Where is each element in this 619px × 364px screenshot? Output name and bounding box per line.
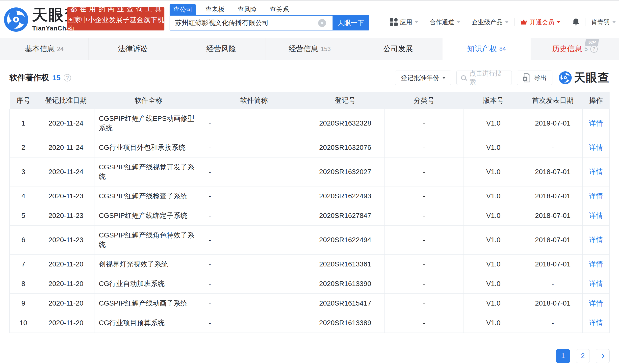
table-cell: - [385,109,464,138]
table-cell: CGSPIP红鲤产线角色特效子系统 [95,225,202,254]
top-nav: 应用 合作通道 企业级产品 开通会员 [390,16,616,28]
tab-history-info[interactable]: VIP 历史信息5 ? [531,38,619,60]
nav-open-membership[interactable]: 开通会员 [520,18,561,26]
table-cell: - [385,138,464,157]
table-cell: 5 [10,206,37,225]
table-row: 72020-11-20创视界灯光视效子系统-2020SR1613361-V1.0… [10,254,610,274]
nav-user[interactable]: 肖青羽 [591,18,616,26]
search-submit-button[interactable]: 天眼一下 [333,15,369,30]
table-cell: - [385,274,464,293]
table-cell: 2020-11-24 [37,157,95,186]
export-button[interactable]: 导出 [517,71,552,85]
section-title: 软件著作权 [9,72,49,83]
table-cell: V1.0 [464,254,523,274]
section-count: 15 [52,74,60,82]
chevron-down-icon [557,21,561,23]
table-cell: 2020-11-23 [37,186,95,206]
detail-link[interactable]: 详情 [589,299,603,307]
detail-link[interactable]: 详情 [589,319,603,327]
table-cell: CGSPIP红鲤产线绑定子系统 [95,206,202,225]
tab-business-info[interactable]: 经营信息153 [265,38,354,60]
tab-intellectual-property[interactable]: 知识产权84 [442,38,531,60]
table-row: 32020-11-24CGSPIP红鲤产线视觉开发子系统-2020SR16320… [10,157,610,186]
table-cell: 2020-11-20 [37,293,95,313]
software-copyright-section-header: 软件著作权 15 ? 登记批准年份 点击进行搜索 导出 [9,70,610,85]
help-icon[interactable]: ? [64,74,71,81]
pagination: 1 2 [0,349,610,363]
table-cell: 8 [10,274,37,293]
table-cell: - [202,293,306,313]
notification-bell[interactable] [572,18,580,26]
table-row: 92020-11-20CGSPIP红鲤产线动画子系统-2020SR1615417… [10,293,610,313]
table-cell: - [202,138,306,157]
chevron-down-icon [457,21,461,23]
table-cell: - [385,157,464,186]
divider [566,18,566,26]
table-cell: - [202,225,306,254]
table-row: 102020-11-20CG行业项目预算系统-2020SR1613389-V1.… [10,313,610,333]
table-row: 42020-11-23CGSPIP红鲤产线检查子系统-2020SR1622493… [10,186,610,206]
table-cell: 6 [10,225,37,254]
tab-company-development[interactable]: 公司发展 [354,38,442,60]
table-cell: CGSPIP红鲤产线视觉开发子系统 [95,157,202,186]
page-button-2[interactable]: 2 [576,349,590,363]
divider [586,18,586,26]
table-cell: 2020SR1613389 [306,313,384,333]
table-cell: CG行业自动加班系统 [95,274,202,293]
table-cell: 10 [10,313,37,333]
search-tab-boss[interactable]: 查老板 [202,4,228,15]
table-cell: V1.0 [464,313,523,333]
table-cell: 2020-11-23 [37,206,95,225]
table-cell: - [202,206,306,225]
detail-link[interactable]: 详情 [589,260,603,268]
table-cell: 2019-07-01 [523,109,583,138]
year-filter-dropdown[interactable]: 登记批准年份 [395,71,451,85]
table-cell: 2020-11-24 [37,109,95,138]
detail-link[interactable]: 详情 [589,212,603,219]
detail-link[interactable]: 详情 [589,236,603,244]
nav-enterprise[interactable]: 企业级产品 [472,18,509,26]
next-page-button[interactable] [596,349,610,363]
help-icon[interactable]: ? [590,45,598,53]
table-cell: 2020SR1627847 [306,206,384,225]
table-cell: V1.0 [464,225,523,254]
main-search: ✕ 天眼一下 [170,15,369,30]
detail-link[interactable]: 详情 [589,280,603,287]
promo-banner: 都在用的商业查询工具 国家中小企业发展子基金旗下机构 [67,7,164,30]
table-cell-action: 详情 [582,254,609,274]
table-cell: - [202,254,306,274]
table-search-input[interactable]: 点击进行搜索 [456,71,512,85]
divider [514,18,515,26]
nav-partner[interactable]: 合作通道 [430,18,461,26]
crown-icon [520,19,527,25]
search-tab-company[interactable]: 查公司 [170,4,196,15]
table-cell: 创视界灯光视效子系统 [95,254,202,274]
copyright-table-body: 12020-11-24CGSPIP红鲤产线EPS动画修型系统-2020SR163… [10,109,610,333]
search-scope-tabs: 查公司 查老板 查风险 查关系 [170,4,292,15]
table-cell: 2020-11-20 [37,254,95,274]
table-cell: V1.0 [464,206,523,225]
page-button-1[interactable]: 1 [556,349,570,363]
search-tab-risk[interactable]: 查风险 [234,4,260,15]
detail-link[interactable]: 详情 [589,168,603,176]
tab-legal-litigation[interactable]: 法律诉讼 [88,38,177,60]
software-copyright-table: 序号 登记批准日期 软件全称 软件简称 登记号 分类号 版本号 首次发表日期 操… [9,92,610,333]
nav-apps[interactable]: 应用 [390,18,418,26]
detail-link[interactable]: 详情 [589,144,603,151]
table-cell: V1.0 [464,109,523,138]
table-cell: V1.0 [464,274,523,293]
table-cell: - [202,186,306,206]
detail-link[interactable]: 详情 [589,192,603,200]
table-cell: V1.0 [464,293,523,313]
tab-basic-info[interactable]: 基本信息24 [0,38,88,60]
tianyancha-watermark: 天眼查 [559,70,610,85]
search-tab-relation[interactable]: 查关系 [266,4,292,15]
table-cell: 7 [10,254,37,274]
search-input[interactable] [170,15,333,30]
detail-link[interactable]: 详情 [589,119,603,127]
table-cell: - [523,138,583,157]
table-cell: 2020SR1622494 [306,225,384,254]
clear-search-icon[interactable]: ✕ [318,19,326,27]
table-row: 22020-11-24CG行业项目外包和承接系统-2020SR1632076-V… [10,138,610,157]
tab-business-risk[interactable]: 经营风险 [177,38,265,60]
